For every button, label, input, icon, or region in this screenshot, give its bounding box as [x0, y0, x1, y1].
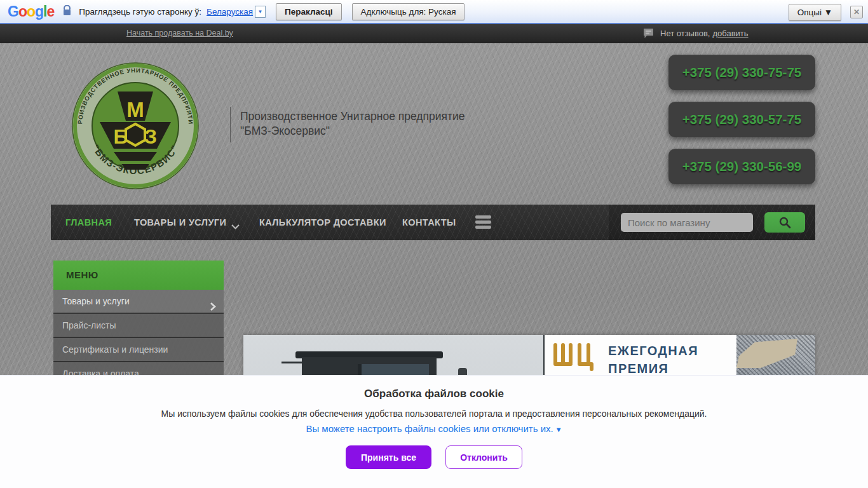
divider — [230, 107, 231, 142]
hamburger-menu-icon[interactable] — [475, 215, 491, 231]
language-link[interactable]: Беларуская — [207, 7, 253, 17]
google-translate-bar: Google Праглядзець гэтую старонку ў: Бел… — [0, 0, 868, 24]
lock-icon — [63, 5, 71, 18]
logo-letter: o — [18, 3, 27, 20]
chevron-down-icon: ▼ — [258, 9, 263, 15]
sidebar-item-label: Товары и услуги — [62, 296, 130, 306]
search-input[interactable] — [621, 213, 753, 232]
phone-list: +375 (29) 330-75-75 +375 (29) 330-57-75 … — [668, 55, 815, 196]
chevron-down-icon: ▼ — [555, 426, 562, 433]
logo-letter: g — [35, 3, 43, 20]
disable-translate-button[interactable]: Адключыць для: Руская — [352, 3, 465, 20]
company-name-line1: Производственное Унитарное предприятие — [240, 109, 465, 124]
award-title-line1: ЕЖЕГОДНАЯ — [608, 344, 698, 358]
sidebar-menu-title: МЕНЮ — [53, 261, 224, 290]
cookie-consent-dialog: Обработка файлов cookie Мы используем фа… — [0, 375, 868, 488]
reviews-block: Нет отзывов, добавить — [642, 27, 749, 39]
logo-letter-m: М — [126, 98, 144, 121]
cookie-dialog-title: Обработка файлов cookie — [0, 388, 868, 400]
dealby-top-bar: Начать продавать на Deal.by Нет отзывов,… — [0, 24, 868, 43]
logo-letter: G — [8, 3, 18, 20]
speech-bubble-icon — [642, 27, 654, 39]
nav-item-contacts[interactable]: КОНТАКТЫ — [402, 205, 456, 240]
add-review-link[interactable]: добавить — [712, 29, 748, 38]
cookie-settings-link[interactable]: Вы можете настроить файлы cookies или от… — [306, 423, 562, 434]
company-name: Производственное Унитарное предприятие "… — [240, 109, 465, 139]
shop-logo[interactable]: ПРОИЗВОДСТВЕННОЕ УНИТАРНОЕ ПРЕДПРИЯТИЕ "… — [72, 62, 199, 189]
company-name-line2: "БМЗ-Экосервис" — [240, 124, 465, 139]
search-button[interactable] — [764, 212, 805, 233]
google-logo: Google — [8, 3, 54, 20]
nav-item-products[interactable]: ТОВАРЫ И УСЛУГИ — [134, 205, 226, 240]
main-navbar: ГЛАВНАЯ ТОВАРЫ И УСЛУГИ КАЛЬКУЛЯТОР ДОСТ… — [51, 205, 815, 240]
sidebar-item-price-lists[interactable]: Прайс-листы — [53, 314, 224, 338]
decline-cookies-button[interactable]: Отклонить — [445, 445, 522, 469]
award-title-line2: ПРЕМИЯ — [608, 362, 668, 376]
sidebar-item-certificates[interactable]: Сертификаты и лицензии — [53, 338, 224, 362]
translate-options-button[interactable]: Опцыі ▼ — [789, 4, 841, 21]
page: Google Праглядзець гэтую старонку ў: Бел… — [0, 0, 868, 488]
search-icon — [778, 216, 791, 229]
reviews-count-text: Нет отзывов, — [660, 29, 710, 38]
translate-button[interactable]: Перакласці — [276, 3, 342, 20]
phone-button[interactable]: +375 (29) 330-57-75 — [668, 102, 815, 137]
cookie-settings-link-text: Вы можете настроить файлы cookies или от… — [306, 423, 553, 434]
nav-item-delivery-calculator[interactable]: КАЛЬКУЛЯТОР ДОСТАВКИ — [259, 205, 386, 240]
phone-button[interactable]: +375 (29) 330-75-75 — [668, 55, 815, 90]
start-selling-link[interactable]: Начать продавать на Deal.by — [126, 29, 233, 37]
close-icon[interactable]: ✕ — [850, 6, 863, 18]
chevron-down-icon[interactable] — [231, 220, 240, 232]
language-dropdown-button[interactable]: ▼ — [255, 6, 266, 18]
search-area — [609, 205, 815, 240]
logo-letter: o — [27, 3, 35, 20]
logo-letter: e — [46, 3, 54, 20]
sidebar-item-products[interactable]: Товары и услуги — [53, 290, 224, 314]
nav-item-home[interactable]: ГЛАВНАЯ — [65, 205, 112, 240]
translate-prompt-label: Праглядзець гэтую старонку ў: — [79, 7, 201, 17]
accept-all-cookies-button[interactable]: Принять все — [346, 445, 431, 469]
phone-button[interactable]: +375 (29) 330-56-99 — [668, 149, 815, 184]
sidebar-menu: МЕНЮ Товары и услуги Прайс-листы Сертифи… — [53, 261, 224, 386]
cookie-dialog-body: Мы используем файлы cookies для обеспече… — [0, 409, 868, 419]
